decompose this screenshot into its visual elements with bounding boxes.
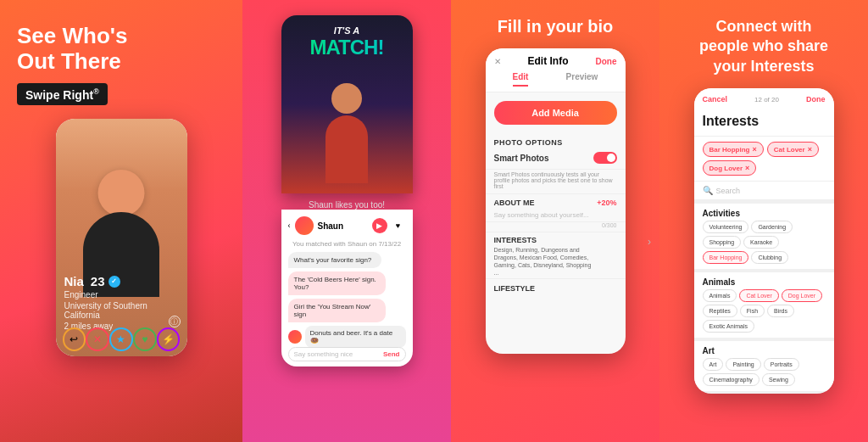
- smart-photos-toggle[interactable]: [593, 152, 617, 164]
- chat-partner-name: Shaun: [318, 221, 344, 231]
- edit-tabs: Edit Preview: [494, 72, 617, 92]
- boost-button[interactable]: ⚡: [157, 327, 181, 351]
- interests-header: Cancel 12 of 20 Done: [694, 88, 834, 110]
- smart-photos-row: Smart Photos: [486, 148, 626, 170]
- tag-fish[interactable]: Fish: [740, 305, 765, 317]
- interests-text: Design, Running, Dungeons and Dragons, M…: [494, 246, 596, 277]
- tag-dog-lover[interactable]: Dog Lover ×: [703, 160, 757, 176]
- back-icon[interactable]: ‹: [288, 221, 291, 230]
- tag-shopping[interactable]: Shopping: [703, 236, 742, 249]
- about-me-row: ABOUT ME +20%: [486, 193, 626, 209]
- chat-input-bar[interactable]: Say something nice Send: [288, 347, 406, 361]
- lifestyle-label: LIFESTYLE: [494, 284, 617, 293]
- profile-face: [98, 170, 145, 216]
- chat-bubble-3: Girl the 'You Stream Now' sign: [288, 299, 386, 322]
- done-button[interactable]: Done: [596, 57, 617, 66]
- animals-tags: Animals Cat Lover Dog Lover Reptiles Fis…: [694, 289, 834, 338]
- chat-icons: ▶ ♥: [372, 218, 406, 233]
- panel-interests: Connect withpeople who shareyour Interes…: [659, 0, 868, 442]
- interests-search[interactable]: 🔍 Search: [694, 182, 834, 200]
- tag-art[interactable]: Art: [703, 358, 724, 371]
- cancel-button[interactable]: Cancel: [703, 95, 728, 104]
- chat-screen: ‹ Shaun ▶ ♥ You matched with Shaun on 7/…: [281, 210, 413, 366]
- category-animals: Animals Animals Cat Lover Dog Lover Rept…: [694, 272, 834, 338]
- profile-occupation: Engineer: [64, 290, 179, 299]
- action-bar: ↩ ✕ ★ ♥ ⚡: [56, 327, 187, 351]
- tag-cat-lover[interactable]: Cat Lover ×: [767, 142, 819, 157]
- about-me-bonus: +20%: [597, 199, 616, 207]
- interests-title-section: Interests: [694, 110, 834, 137]
- tag-exotic-animals[interactable]: Exotic Animals: [703, 320, 755, 333]
- edit-title-row: ✕ Edit Info Done: [494, 55, 617, 67]
- tag-portraits[interactable]: Portraits: [764, 358, 799, 371]
- video-call-button[interactable]: ▶: [372, 218, 387, 233]
- chat-input[interactable]: Say something nice: [294, 350, 383, 358]
- panel1-headline: See Who's Out There: [17, 24, 127, 75]
- phone-mockup-4: Cancel 12 of 20 Done Interests Bar Hoppi…: [694, 88, 834, 394]
- chat-sender-avatar: [288, 330, 302, 344]
- tag-reptiles[interactable]: Reptiles: [703, 305, 737, 317]
- smart-photos-label: Smart Photos: [494, 154, 549, 163]
- chat-matched-text: You matched with Shaun on 7/13/22: [288, 240, 406, 248]
- match-head: [331, 83, 362, 114]
- tag-bar-hopping-2[interactable]: Bar Hopping: [703, 251, 749, 264]
- tag-painting[interactable]: Painting: [726, 358, 760, 371]
- tag-birds[interactable]: Birds: [767, 305, 794, 317]
- profile-info: Nia 23 ✓ Engineer University of Southern…: [64, 274, 179, 331]
- like-chat-button[interactable]: ♥: [391, 218, 406, 233]
- category-art-title: Art: [694, 341, 834, 358]
- category-art: Art Art Painting Portraits Cinematograph…: [694, 341, 834, 391]
- tag-sewing[interactable]: Sewing: [762, 373, 795, 386]
- swipe-right-badge: Swipe Right®: [17, 83, 108, 106]
- panel3-headline: Fill in your bio: [498, 17, 614, 36]
- interests-count: 12 of 20: [754, 96, 779, 104]
- interests-label: INTERESTS: [494, 236, 596, 244]
- tag-cat-lover-2[interactable]: Cat Lover: [739, 289, 778, 302]
- profile-image: Nia 23 ✓ Engineer University of Southern…: [56, 119, 187, 356]
- interests-done-button[interactable]: Done: [806, 95, 826, 104]
- smart-photos-desc: Smart Photos continuously tests all your…: [486, 170, 626, 193]
- tab-edit[interactable]: Edit: [513, 72, 529, 87]
- search-icon: 🔍: [703, 186, 713, 195]
- category-activities: Activities Volunteering Gardening Shoppi…: [694, 204, 834, 269]
- match-figure: [321, 83, 372, 193]
- chat-bubble-4: Donuts and beer. It's a date🍩: [305, 326, 406, 348]
- like-button[interactable]: ♥: [133, 327, 157, 351]
- panel-bio: Fill in your bio ✕ Edit Info Done Edit P…: [451, 0, 659, 442]
- tag-clubbing[interactable]: Clubbing: [751, 251, 788, 264]
- tag-cinematography[interactable]: Cinematography: [703, 373, 760, 386]
- info-icon[interactable]: ⓘ: [169, 316, 181, 327]
- tag-karaoke[interactable]: Karaoke: [743, 236, 779, 249]
- about-me-label: ABOUT ME: [494, 199, 535, 207]
- add-media-button[interactable]: Add Media: [494, 101, 617, 125]
- interests-row: INTERESTS Design, Running, Dungeons and …: [486, 232, 626, 278]
- tag-bar-hopping[interactable]: Bar Hopping ×: [703, 142, 764, 157]
- tag-dog-lover-2[interactable]: Dog Lover: [782, 289, 822, 302]
- category-activities-title: Activities: [694, 204, 834, 221]
- tag-animals[interactable]: Animals: [703, 289, 737, 302]
- undo-button[interactable]: ↩: [63, 327, 86, 351]
- tab-preview[interactable]: Preview: [566, 72, 598, 87]
- send-button[interactable]: Send: [383, 350, 400, 358]
- profile-university: University of Southern California: [64, 301, 179, 320]
- chat-bubble-4-row: Donuts and beer. It's a date🍩: [288, 326, 406, 348]
- superlike-button[interactable]: ★: [109, 327, 133, 351]
- edit-info-title: Edit Info: [501, 55, 596, 67]
- profile-name: Nia 23 ✓: [64, 274, 179, 288]
- panel4-headline: Connect withpeople who shareyour Interes…: [689, 17, 838, 76]
- category-animals-title: Animals: [694, 272, 834, 289]
- verified-icon: ✓: [108, 276, 120, 288]
- search-input[interactable]: Search: [716, 187, 741, 195]
- chat-header: ‹ Shaun ▶ ♥: [288, 216, 406, 235]
- phone-mockup-1: Nia 23 ✓ Engineer University of Southern…: [56, 119, 187, 356]
- phone-mockup-3: ✕ Edit Info Done Edit Preview Add Media …: [486, 48, 626, 354]
- dislike-button[interactable]: ✕: [86, 327, 109, 351]
- match-text: IT'S A MATCH!: [281, 25, 413, 59]
- interests-title: Interests: [703, 114, 826, 129]
- about-me-input[interactable]: Say something about yourself...: [486, 209, 626, 222]
- tag-gardening[interactable]: Gardening: [751, 221, 793, 233]
- tag-volunteering[interactable]: Volunteering: [703, 221, 749, 233]
- panel-match: IT'S A MATCH! Shaun likes you too! ‹ Sha…: [242, 0, 451, 442]
- char-count: 0/300: [486, 222, 626, 232]
- art-tags: Art Painting Portraits Cinematography Se…: [694, 358, 834, 391]
